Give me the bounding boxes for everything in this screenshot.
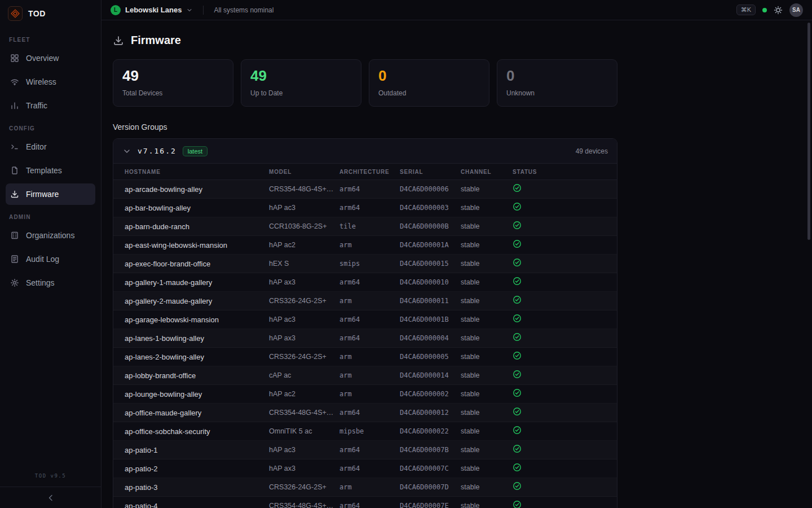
status-ok-icon — [513, 314, 522, 323]
org-switcher[interactable]: L Lebowski Lanes — [111, 5, 193, 15]
status-ok-icon — [513, 407, 522, 416]
cell-status — [513, 481, 606, 493]
cell-architecture: arm64 — [339, 278, 400, 286]
stat-card-total-devices: 49Total Devices — [113, 59, 233, 107]
cell-model: OmniTIK 5 ac — [269, 427, 339, 435]
cell-status — [513, 183, 606, 195]
file-icon — [10, 166, 19, 175]
cell-serial: D4CA6D000010 — [400, 278, 461, 286]
cell-serial: D4CA6D00007C — [400, 465, 461, 472]
cell-architecture: arm — [339, 297, 400, 305]
sidebar-item-templates[interactable]: Templates — [6, 160, 95, 181]
cell-architecture: arm64 — [339, 409, 400, 417]
table-row[interactable]: ap-lanes-1-bowling-alleyhAP ax3arm64D4CA… — [113, 329, 617, 348]
sidebar-item-organizations[interactable]: Organizations — [6, 225, 95, 246]
sidebar-item-label: Settings — [26, 278, 55, 287]
status-ok-icon — [513, 388, 522, 397]
user-avatar[interactable]: SA — [789, 3, 803, 17]
table-row[interactable]: ap-patio-2hAP ax3arm64D4CA6D00007Cstable — [113, 459, 617, 478]
cell-status — [513, 444, 606, 456]
column-header-channel: CHANNEL — [461, 169, 513, 175]
cell-channel: stable — [461, 502, 513, 508]
sidebar-item-overview[interactable]: Overview — [6, 47, 95, 69]
table-row[interactable]: ap-bar-bowling-alleyhAP ac3arm64D4CA6D00… — [113, 199, 617, 217]
table-row[interactable]: ap-barn-dude-ranchCCR1036-8G-2S+tileD4CA… — [113, 217, 617, 236]
sidebar-collapse-button[interactable] — [0, 487, 101, 508]
cell-channel: stable — [461, 409, 513, 417]
cell-model: CRS326-24G-2S+ — [269, 353, 339, 361]
sidebar-item-editor[interactable]: Editor — [6, 136, 95, 157]
cell-model: CRS354-48G-4S+… — [269, 185, 339, 193]
table-row[interactable]: ap-office-maude-galleryCRS354-48G-4S+…ar… — [113, 404, 617, 422]
stat-value: 49 — [250, 68, 352, 84]
cell-serial: D4CA6D00000B — [400, 222, 461, 230]
cell-serial: D4CA6D000022 — [400, 427, 461, 435]
cell-architecture: tile — [339, 222, 400, 230]
status-ok-icon — [513, 370, 522, 379]
status-ok-icon — [513, 481, 522, 491]
cell-architecture: arm64 — [339, 204, 400, 212]
cell-hostname: ap-lounge-bowling-alley — [125, 390, 269, 398]
table-row[interactable]: ap-patio-3CRS326-24G-2S+armD4CA6D00007Ds… — [113, 478, 617, 497]
sidebar-item-firmware[interactable]: Firmware — [6, 183, 95, 205]
sidebar-item-wireless[interactable]: Wireless — [6, 71, 95, 93]
terminal-icon — [10, 142, 19, 151]
table-row[interactable]: ap-garage-lebowski-mansionhAP ac3arm64D4… — [113, 310, 617, 329]
cell-architecture: arm64 — [339, 334, 400, 342]
sidebar-item-audit-log[interactable]: Audit Log — [6, 248, 95, 270]
stat-label: Up to Date — [250, 89, 352, 97]
version-group-header[interactable]: v7.16.2 latest 49 devices — [113, 139, 617, 163]
sidebar-item-label: Overview — [26, 54, 59, 63]
table-row[interactable]: ap-lanes-2-bowling-alleyCRS326-24G-2S+ar… — [113, 348, 617, 366]
command-palette-shortcut[interactable]: ⌘K — [736, 5, 756, 15]
cell-channel: stable — [461, 371, 513, 379]
section-title: Version Groups — [113, 122, 812, 132]
sidebar-item-label: Wireless — [26, 77, 56, 86]
device-count: 49 devices — [576, 147, 608, 155]
cell-architecture: arm64 — [339, 185, 400, 193]
table-row[interactable]: ap-patio-1hAP ac3arm64D4CA6D00007Bstable — [113, 441, 617, 459]
cell-channel: stable — [461, 222, 513, 230]
cell-status — [513, 500, 606, 508]
cell-model: hAP ac3 — [269, 316, 339, 323]
cell-serial: D4CA6D00007B — [400, 446, 461, 454]
cell-architecture: arm — [339, 241, 400, 249]
sidebar-item-label: Traffic — [26, 101, 47, 110]
cell-hostname: ap-patio-3 — [125, 483, 269, 492]
column-header-serial: SERIAL — [400, 169, 461, 175]
table-row[interactable]: ap-arcade-bowling-alleyCRS354-48G-4S+…ar… — [113, 180, 617, 199]
table-row[interactable]: ap-gallery-2-maude-galleryCRS326-24G-2S+… — [113, 292, 617, 310]
scrollbar[interactable] — [807, 23, 810, 240]
cell-model: CRS326-24G-2S+ — [269, 483, 339, 491]
cell-status — [513, 351, 606, 362]
cell-channel: stable — [461, 185, 513, 193]
table-row[interactable]: ap-east-wing-lebowski-mansionhAP ac2armD… — [113, 236, 617, 255]
cell-channel: stable — [461, 316, 513, 323]
cell-channel: stable — [461, 204, 513, 212]
table-row[interactable]: ap-office-sobchak-securityOmniTIK 5 acmi… — [113, 422, 617, 441]
sidebar-item-traffic[interactable]: Traffic — [6, 95, 95, 116]
status-ok-icon — [513, 295, 522, 304]
status-ok-icon — [513, 500, 522, 508]
cell-channel: stable — [461, 278, 513, 286]
table-row[interactable]: ap-gallery-1-maude-galleryhAP ax3arm64D4… — [113, 273, 617, 292]
cell-model: CRS354-48G-4S+… — [269, 502, 339, 508]
cell-status — [513, 277, 606, 288]
table-row[interactable]: ap-patio-4CRS354-48G-4S+…arm64D4CA6D0000… — [113, 497, 617, 508]
status-ok-icon — [513, 258, 522, 267]
table-row[interactable]: ap-lobby-brandt-officecAP acarmD4CA6D000… — [113, 366, 617, 385]
sun-icon[interactable] — [774, 6, 783, 15]
stat-card-up-to-date: 49Up to Date — [241, 59, 361, 107]
sidebar-item-label: Editor — [26, 142, 47, 151]
status-ok-icon — [513, 239, 522, 248]
cell-channel: stable — [461, 297, 513, 305]
sidebar-item-settings[interactable]: Settings — [6, 272, 95, 294]
app-logo[interactable]: TOD — [0, 0, 101, 27]
audit-icon — [10, 255, 19, 264]
cell-architecture: arm64 — [339, 465, 400, 472]
table-row[interactable]: ap-exec-floor-brandt-officehEX SsmipsD4C… — [113, 255, 617, 273]
main-area: L Lebowski Lanes All systems nominal ⌘K … — [102, 0, 812, 508]
cell-hostname: ap-gallery-2-maude-gallery — [125, 297, 269, 305]
cell-hostname: ap-garage-lebowski-mansion — [125, 316, 269, 324]
table-row[interactable]: ap-lounge-bowling-alleyhAP ac2armD4CA6D0… — [113, 385, 617, 404]
